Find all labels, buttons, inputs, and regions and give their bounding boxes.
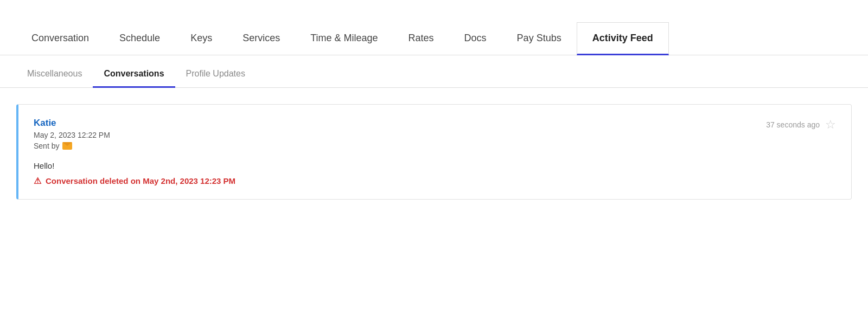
card-header: Katie May 2, 2023 12:22 PM Sent by 37 se… [34, 118, 836, 150]
tab-rates[interactable]: Rates [393, 23, 449, 55]
tab-services[interactable]: Services [227, 23, 295, 55]
sent-by: Sent by [34, 142, 110, 150]
tab-pay-stubs[interactable]: Pay Stubs [502, 23, 577, 55]
tab-docs[interactable]: Docs [449, 23, 502, 55]
time-ago: 37 seconds ago [766, 120, 820, 129]
star-icon[interactable]: ☆ [825, 118, 836, 132]
email-icon [62, 142, 72, 150]
sub-nav: Miscellaneous Conversations Profile Upda… [0, 55, 868, 88]
tab-time-mileage[interactable]: Time & Mileage [295, 23, 393, 55]
sub-tab-conversations[interactable]: Conversations [93, 61, 175, 88]
content-area: Katie May 2, 2023 12:22 PM Sent by 37 se… [0, 88, 868, 216]
sent-by-label: Sent by [34, 142, 59, 150]
tab-keys[interactable]: Keys [175, 23, 227, 55]
author-name: Katie [34, 118, 110, 129]
card-left: Katie May 2, 2023 12:22 PM Sent by [34, 118, 110, 150]
deleted-notice-text: Conversation deleted on May 2nd, 2023 12… [46, 176, 235, 185]
deleted-notice: ⚠ Conversation deleted on May 2nd, 2023 … [34, 176, 836, 186]
tab-schedule[interactable]: Schedule [104, 23, 175, 55]
tab-activity-feed[interactable]: Activity Feed [577, 22, 669, 55]
card-body: Hello! ⚠ Conversation deleted on May 2nd… [34, 161, 836, 186]
sub-tab-miscellaneous[interactable]: Miscellaneous [16, 61, 93, 88]
top-nav: Conversation Schedule Keys Services Time… [0, 0, 868, 55]
card-right: 37 seconds ago ☆ [766, 118, 836, 132]
warning-icon: ⚠ [34, 176, 41, 186]
message-text: Hello! [34, 161, 836, 170]
card-timestamp: May 2, 2023 12:22 PM [34, 131, 110, 139]
tab-conversation[interactable]: Conversation [16, 23, 104, 55]
activity-card: Katie May 2, 2023 12:22 PM Sent by 37 se… [16, 104, 852, 200]
sub-tab-profile-updates[interactable]: Profile Updates [175, 61, 256, 88]
